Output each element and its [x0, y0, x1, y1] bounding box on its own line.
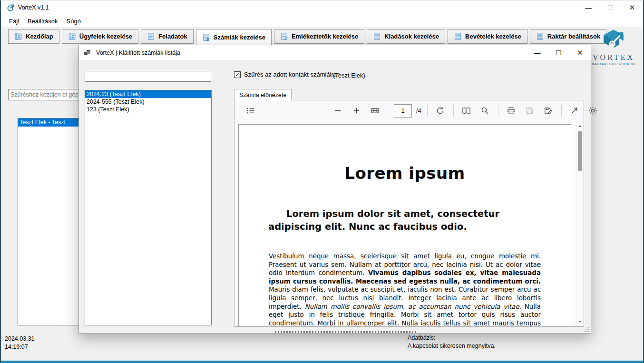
document-subtitle: Lorem ipsum dolor sit amet, consectetur … [239, 207, 571, 233]
zoom-out-icon[interactable] [331, 104, 345, 118]
app-icon [7, 4, 15, 12]
page-view-icon[interactable] [459, 104, 474, 118]
checkbox-label[interactable]: Szűrés az adott kontakt számláira [244, 71, 337, 78]
application-window: VorteX v1.1 — ☐ ✕ Fájl Beállítások Súgó … [0, 0, 644, 363]
menu-file[interactable]: Fájl [5, 16, 23, 27]
document-paragraph: Vestibulum neque massa, scelerisque sit … [239, 252, 571, 326]
scroll-down-icon[interactable]: ▼ [576, 318, 584, 325]
save-as-icon[interactable] [541, 104, 556, 118]
fullscreen-icon[interactable] [567, 104, 582, 118]
fit-width-icon[interactable] [368, 104, 382, 118]
vortex-brand-text: VORTEX [590, 53, 637, 62]
menu-bar: Fájl Beállítások Súgó [1, 15, 643, 27]
dialog-title: VorteX | Kiállított számlák listája [96, 49, 180, 56]
paragraph-segment: Nullam mollis convallis ipsum, ac accums… [305, 303, 519, 310]
dialog-title-bar: VorteX | Kiállított számlák listája — ☐ … [79, 45, 591, 60]
tab-reminders[interactable]: Emlékeztetők kezelése [274, 29, 364, 44]
checkbox[interactable]: ✓ [234, 71, 241, 78]
contact-name-label: (Teszt Elek) [333, 72, 365, 79]
dialog-close-button[interactable]: ✕ [569, 45, 591, 60]
customers-icon [68, 32, 76, 40]
invoices-icon [202, 33, 210, 41]
pdf-toolbar: /4 [234, 100, 584, 121]
dialog-maximize-button[interactable]: ☐ [548, 45, 569, 60]
invoice-search-input[interactable] [85, 71, 211, 82]
list-item[interactable]: Teszt Elek - Teszt [18, 118, 79, 127]
list-item[interactable]: 2024.23 (Teszt Elek) [85, 90, 211, 98]
menu-help[interactable]: Súgó [62, 16, 85, 27]
list-item[interactable]: 123 (Teszt Elek) [85, 106, 211, 113]
tab-incomes[interactable]: Bevételek kezelése [448, 29, 527, 44]
db-label: Adatbázis: [408, 334, 496, 342]
dialog-window-icon [84, 49, 91, 56]
contact-list[interactable]: Teszt Elek - Teszt [18, 118, 80, 325]
document-title: Lorem ipsum [239, 164, 571, 183]
scroll-up-icon[interactable]: ▲ [576, 122, 584, 129]
title-bar: VorteX v1.1 — ☐ ✕ [1, 0, 643, 15]
rotate-icon[interactable] [433, 104, 448, 118]
dialog-resize-grip[interactable] [584, 326, 589, 332]
settings-icon[interactable] [586, 104, 600, 118]
status-database: Adatbázis: A kapcsolat sikeresen megnyit… [408, 334, 496, 350]
tab-label: Bevételek kezelése [465, 33, 521, 40]
tab-customers[interactable]: Ügyfelek kezelése [62, 29, 138, 44]
bottom-accent-strip [1, 361, 643, 363]
invoices-dialog: VorteX | Kiállított számlák listája — ☐ … [78, 45, 591, 334]
tab-label: Ügyfelek kezelése [79, 33, 132, 40]
vortex-cube-icon [601, 28, 626, 53]
status-time: 14:19:07 [5, 343, 35, 351]
toc-icon[interactable] [243, 104, 257, 118]
vortex-logo: VORTEX MAGYARFEJLESZTOK.HU [590, 28, 637, 66]
page-total-label: /4 [416, 107, 421, 114]
invoice-list[interactable]: 2024.23 (Teszt Elek) 2024-555 (Teszt Ele… [85, 90, 212, 325]
tab-label: Kiadások kezelése [384, 33, 439, 40]
toolbar-separator [453, 105, 454, 117]
tab-tasks[interactable]: Feladatok [141, 29, 194, 44]
save-icon[interactable] [523, 104, 537, 118]
pdf-scrollbar[interactable]: ▲ ▼ [576, 121, 584, 326]
clipped-text-artifact [275, 331, 418, 333]
tab-expenses[interactable]: Kiadások kezelése [367, 29, 445, 44]
list-item[interactable]: 2024-555 (Teszt Elek) [85, 98, 211, 106]
dialog-minimize-button[interactable]: — [527, 45, 548, 60]
close-button[interactable]: ✕ [621, 0, 643, 15]
tab-label: Kezdőlap [26, 33, 53, 40]
zoom-in-icon[interactable] [349, 104, 363, 118]
toolbar-separator [388, 105, 388, 117]
expenses-icon [373, 32, 381, 40]
scrollbar-thumb[interactable] [578, 131, 582, 171]
toolbar-separator [561, 105, 562, 117]
status-datetime: 2024.03.31 14:19:07 [5, 335, 35, 351]
module-tabstrip: Kezdőlap Ügyfelek kezelése Feladatok Szá… [1, 27, 643, 45]
toolbar-separator [498, 105, 498, 117]
menu-settings[interactable]: Beállítások [23, 16, 62, 27]
contact-filter-input[interactable] [8, 89, 80, 100]
dialog-body: 2024.23 (Teszt Elek) 2024-555 (Teszt Ele… [79, 60, 591, 333]
warehouse-icon [536, 32, 544, 40]
vortex-subtitle: MAGYARFEJLESZTOK.HU [590, 62, 637, 66]
tab-label: Számlák kezelése [214, 34, 265, 41]
print-icon[interactable] [504, 104, 518, 118]
db-status-message: A kapcsolat sikeresen megnyitva. [408, 342, 496, 350]
tab-home[interactable]: Kezdőlap [8, 29, 59, 44]
status-date: 2024.03.31 [5, 335, 35, 343]
tab-label: Feladatok [158, 33, 187, 40]
home-contacts-icon [14, 32, 22, 40]
tab-invoices[interactable]: Számlák kezelése [196, 29, 272, 45]
page-number-input[interactable] [394, 104, 412, 118]
maximize-button[interactable]: ☐ [599, 0, 621, 15]
pdf-viewer: /4 [234, 100, 584, 327]
incomes-icon [454, 32, 462, 40]
pdf-page: Lorem ipsum Lorem ipsum dolor sit amet, … [238, 124, 571, 326]
toolbar-separator [427, 105, 428, 117]
tab-label: Emlékeztetők kezelése [292, 33, 358, 40]
tab-invoice-preview[interactable]: Számla előnézete [234, 89, 292, 100]
reminders-icon [280, 32, 288, 40]
window-title: VorteX v1.1 [18, 4, 49, 11]
contact-filter-checkbox-row: ✓ Szűrés az adott kontakt számláira [234, 71, 337, 78]
pdf-content-area: Lorem ipsum Lorem ipsum dolor sit amet, … [234, 121, 584, 326]
tasks-icon [147, 32, 155, 40]
search-icon[interactable] [478, 104, 492, 118]
minimize-button[interactable]: — [577, 0, 599, 15]
